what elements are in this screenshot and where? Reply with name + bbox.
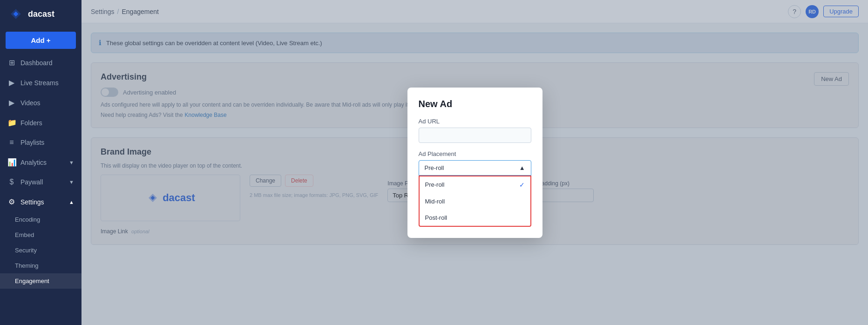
sidebar-sub-encoding[interactable]: Encoding <box>0 212 81 227</box>
ad-url-label: Ad URL <box>419 118 531 125</box>
sidebar-item-folders[interactable]: 📁 Folders <box>0 113 81 133</box>
sub-item-label: Encoding <box>15 216 40 223</box>
analytics-icon: 📊 <box>7 158 16 167</box>
check-icon: ✓ <box>519 181 525 189</box>
sub-item-label: Security <box>15 247 37 254</box>
sidebar-item-paywall[interactable]: $ Paywall ▼ <box>0 172 81 192</box>
sidebar-item-label: Live Streams <box>20 79 59 87</box>
sidebar-item-label: Folders <box>20 119 42 127</box>
sidebar-item-analytics[interactable]: 📊 Analytics ▼ <box>0 152 81 172</box>
sidebar-sub-security[interactable]: Security <box>0 243 81 258</box>
placement-select-button[interactable]: Pre-roll ▲ <box>419 160 531 176</box>
logo: dacast <box>0 0 81 28</box>
sidebar-item-videos[interactable]: ▶ Videos <box>0 93 81 113</box>
sidebar-item-playlists[interactable]: ≡ Playlists <box>0 133 81 152</box>
sidebar: dacast Add + ⊞ Dashboard ▶ Live Streams … <box>0 0 81 325</box>
dropdown-item-post-roll[interactable]: Post-roll <box>420 210 530 226</box>
sidebar-item-label: Playlists <box>20 139 44 146</box>
main-content: Settings / Engagement ? RD Upgrade ℹ The… <box>81 0 868 325</box>
add-button[interactable]: Add + <box>6 32 76 49</box>
ad-placement-group: Ad Placement Pre-roll ▲ Pre-roll ✓ Mid-r… <box>419 150 531 227</box>
sidebar-item-settings[interactable]: ⚙ Settings ▲ <box>0 192 81 212</box>
ad-url-input[interactable] <box>419 128 531 143</box>
sidebar-sub-theming[interactable]: Theming <box>0 258 81 273</box>
sidebar-sub-embed[interactable]: Embed <box>0 227 81 243</box>
sidebar-item-label: Settings <box>20 198 44 206</box>
sidebar-item-label: Paywall <box>20 178 43 186</box>
videos-icon: ▶ <box>7 98 16 107</box>
sidebar-item-label: Dashboard <box>20 59 53 67</box>
sidebar-item-dashboard[interactable]: ⊞ Dashboard <box>0 53 81 73</box>
modal-overlay[interactable]: New Ad Ad URL Ad Placement Pre-roll ▲ Pr… <box>81 0 868 325</box>
chevron-up-icon: ▲ <box>519 164 525 171</box>
sidebar-item-label: Analytics <box>20 159 47 166</box>
sub-item-label: Theming <box>15 262 39 269</box>
chevron-down-icon: ▼ <box>69 160 74 165</box>
brand-name: dacast <box>28 9 54 19</box>
dropdown-label: Pre-roll <box>425 181 445 188</box>
ad-url-group: Ad URL <box>419 118 531 150</box>
playlists-icon: ≡ <box>7 138 16 147</box>
sidebar-item-live-streams[interactable]: ▶ Live Streams <box>0 73 81 93</box>
ad-placement-label: Ad Placement <box>419 150 531 157</box>
sidebar-item-label: Videos <box>20 99 41 107</box>
new-ad-modal: New Ad Ad URL Ad Placement Pre-roll ▲ Pr… <box>407 88 542 238</box>
dashboard-icon: ⊞ <box>7 58 16 67</box>
modal-title: New Ad <box>419 99 531 109</box>
sidebar-sub-engagement[interactable]: Engagement <box>0 273 81 289</box>
dropdown-item-mid-roll[interactable]: Mid-roll <box>420 193 530 210</box>
settings-icon: ⚙ <box>7 197 16 206</box>
sub-item-label: Embed <box>15 231 34 238</box>
dropdown-label: Mid-roll <box>425 198 445 205</box>
folders-icon: 📁 <box>7 118 16 127</box>
paywall-icon: $ <box>7 178 16 186</box>
live-streams-icon: ▶ <box>7 78 16 87</box>
chevron-down-icon: ▼ <box>69 179 74 185</box>
dropdown-item-pre-roll[interactable]: Pre-roll ✓ <box>420 176 530 193</box>
chevron-up-icon: ▲ <box>69 199 74 205</box>
dropdown-label: Post-roll <box>425 214 448 221</box>
selected-placement-text: Pre-roll <box>425 164 444 171</box>
placement-dropdown: Pre-roll ✓ Mid-roll Post-roll <box>419 176 531 227</box>
sub-item-label: Engagement <box>15 278 49 284</box>
